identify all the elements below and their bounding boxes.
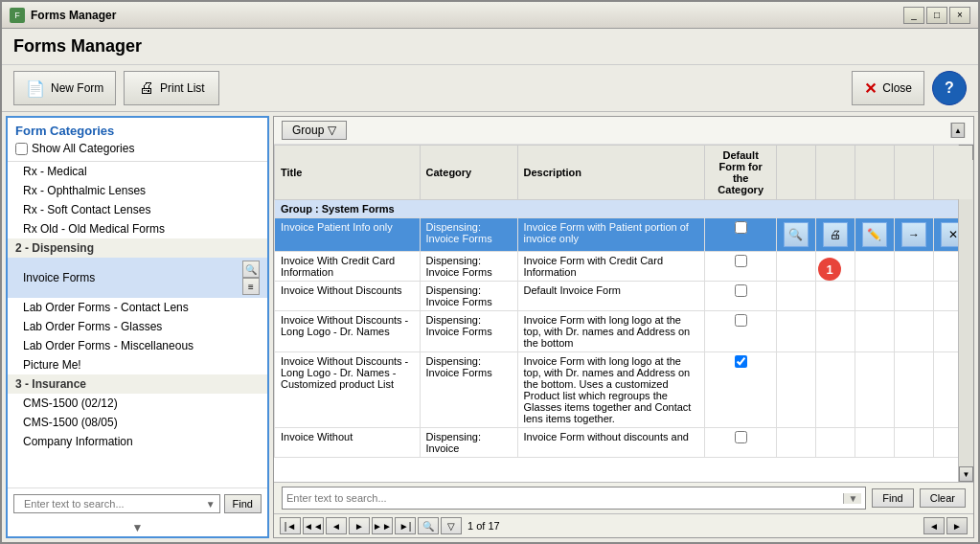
sidebar-search-icon[interactable]: 🔍 [242, 261, 260, 278]
export-button[interactable]: → [901, 222, 926, 247]
print-button[interactable]: 🖨 [823, 222, 848, 247]
nav-last-button[interactable]: ►| [395, 517, 416, 534]
sidebar-item-invoice-forms[interactable]: Invoice Forms 🔍 ≡ [8, 258, 267, 298]
bottom-search-bar: ▼ Find Clear [274, 482, 973, 513]
show-all-checkbox[interactable] [15, 143, 28, 155]
group-label: Group [292, 124, 324, 137]
close-button[interactable]: ✕ Close [852, 71, 924, 105]
group-label-row: Group : System Forms [275, 200, 973, 218]
nav-search-button[interactable]: 🔍 [418, 517, 439, 534]
nav-scroll-right[interactable]: ► [946, 517, 968, 534]
bottom-find-button[interactable]: Find [872, 488, 913, 508]
minimize-button[interactable]: _ [903, 7, 924, 24]
table-row[interactable]: Invoice Patient Info only Dispensing: In… [275, 218, 973, 252]
sidebar-item-label: CMS-1500 (08/05) [23, 416, 118, 429]
table-row[interactable]: Invoice Without Discounts Dispensing: In… [275, 282, 973, 311]
sidebar-search-dropdown-icon[interactable]: ▼ [206, 499, 216, 510]
table-row[interactable]: Invoice With Credit Card Information Dis… [275, 252, 973, 282]
row-title: Invoice Without [275, 428, 421, 458]
nav-prev-page-button[interactable]: ◄◄ [303, 517, 324, 534]
title-bar-controls: _ □ × [903, 7, 970, 24]
row-action-print: 🖨 [815, 218, 855, 252]
sidebar-item-icons: 🔍 ≡ [240, 261, 260, 295]
sidebar-header: Form Categories Show All Categories [8, 118, 267, 162]
help-label: ? [945, 79, 954, 97]
sidebar-section-insurance: 3 - Insurance [8, 374, 267, 394]
scroll-up-button[interactable]: ▲ [951, 123, 965, 138]
row-title: Invoice Without Discounts [275, 282, 421, 311]
close-window-button[interactable]: × [949, 7, 970, 24]
sidebar-item-company-info[interactable]: Company Information [8, 432, 267, 451]
sidebar-item-lab-glasses[interactable]: Lab Order Forms - Glasses [8, 317, 267, 336]
table-row[interactable]: Invoice Without Discounts - Long Logo - … [275, 352, 973, 428]
edit-button[interactable]: ✏️ [862, 222, 887, 247]
sidebar-item-rx-medical[interactable]: Rx - Medical [8, 162, 267, 181]
forms-table: Title Category Description Default Form … [274, 145, 973, 458]
sidebar-item-picture-me[interactable]: Picture Me! [8, 355, 267, 374]
table-row[interactable]: Invoice Without Discounts - Long Logo - … [275, 311, 973, 352]
scroll-up-area: ▲ [950, 123, 966, 138]
new-form-button[interactable]: 📄 New Form [13, 71, 116, 105]
sidebar-list-icon[interactable]: ≡ [242, 278, 260, 295]
print-list-label: Print List [160, 81, 205, 95]
view-button[interactable]: 🔍 [784, 222, 809, 247]
row-default[interactable] [705, 428, 777, 458]
sidebar: Form Categories Show All Categories Rx -… [6, 116, 269, 538]
bottom-search-combo: ▼ [282, 487, 866, 510]
sidebar-item-rx-ophthalmic[interactable]: Rx - Ophthalmic Lenses [8, 181, 267, 200]
title-bar-text: Forms Manager [31, 9, 116, 22]
col-action4 [894, 146, 933, 200]
group-button[interactable]: Group ▽ [282, 121, 347, 140]
sidebar-scroll-indicator: ▼ [8, 519, 267, 536]
table-row[interactable]: Invoice Without Dispensing: Invoice Invo… [275, 428, 973, 458]
col-category: Category [420, 146, 517, 200]
sidebar-item-lab-misc[interactable]: Lab Order Forms - Miscellaneous [8, 336, 267, 355]
row-default[interactable] [705, 218, 777, 252]
bottom-search-input[interactable] [286, 492, 843, 504]
sidebar-find-button[interactable]: Find [224, 494, 262, 513]
maximize-button[interactable]: □ [926, 7, 947, 24]
bottom-search-dropdown-icon[interactable]: ▼ [843, 493, 861, 504]
default-checkbox[interactable] [735, 221, 747, 234]
group-header: Group ▽ ▲ [274, 117, 973, 145]
row-default[interactable] [705, 282, 777, 311]
sidebar-item-cms-0805[interactable]: CMS-1500 (08/05) [8, 413, 267, 432]
sidebar-item-rx-soft-contact[interactable]: Rx - Soft Contact Lenses [8, 200, 267, 219]
sidebar-item-rx-old[interactable]: Rx Old - Old Medical Forms [8, 219, 267, 238]
default-checkbox[interactable] [735, 314, 747, 327]
group-dropdown-icon: ▽ [328, 124, 336, 137]
sidebar-search: ▼ Find [8, 487, 267, 519]
default-checkbox[interactable] [735, 284, 747, 297]
nav-filter-button[interactable]: ▽ [441, 517, 462, 534]
new-form-icon: 📄 [26, 79, 45, 98]
nav-scroll-left[interactable]: ◄ [923, 517, 945, 534]
nav-next-page-button[interactable]: ►► [372, 517, 393, 534]
row-title: Invoice Without Discounts - Long Logo - … [275, 311, 421, 352]
default-checkbox[interactable] [735, 255, 747, 267]
nav-prev-button[interactable]: ◄ [326, 517, 347, 534]
row-default[interactable] [705, 311, 777, 352]
show-all-label: Show All Categories [32, 142, 134, 155]
sidebar-item-cms-0212[interactable]: CMS-1500 (02/12) [8, 394, 267, 413]
row-description: Invoice Form with Credit Card Informatio… [517, 252, 705, 282]
col-default: Default Form for the Category [705, 146, 777, 200]
row-category: Dispensing: Invoice Forms [420, 218, 517, 252]
app-icon-label: F [14, 11, 20, 20]
sidebar-section-dispensing: 2 - Dispensing [8, 238, 267, 258]
sidebar-item-lab-contact[interactable]: Lab Order Forms - Contact Lens [8, 298, 267, 317]
sidebar-item-label: Lab Order Forms - Contact Lens [23, 301, 189, 314]
col-action1 [776, 146, 815, 200]
row-default[interactable] [705, 252, 777, 282]
sidebar-item-label: CMS-1500 (02/12) [23, 397, 118, 410]
scroll-down-arrow[interactable]: ▼ [959, 466, 973, 482]
default-checkbox[interactable] [735, 355, 747, 368]
clear-button[interactable]: Clear [920, 488, 966, 508]
sidebar-search-input[interactable] [18, 495, 206, 512]
help-button[interactable]: ? [932, 71, 967, 105]
nav-next-button[interactable]: ► [349, 517, 370, 534]
nav-first-button[interactable]: |◄ [280, 517, 301, 534]
print-list-button[interactable]: 🖨 Print List [124, 71, 219, 105]
default-checkbox[interactable] [735, 431, 747, 443]
main-panel: Group ▽ ▲ 1 Title Category Description [273, 116, 974, 538]
row-default[interactable] [705, 352, 777, 428]
